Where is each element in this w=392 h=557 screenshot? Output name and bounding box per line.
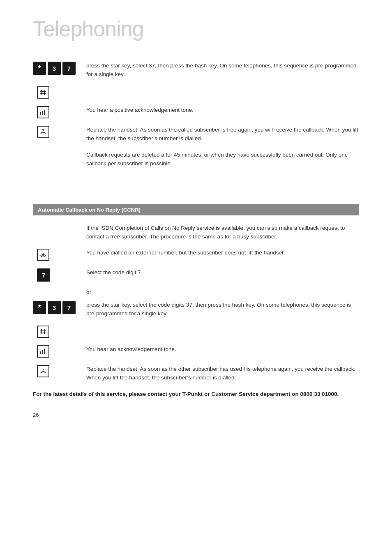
svg-rect-17 xyxy=(42,350,43,354)
key-7-single: 7 xyxy=(37,268,50,282)
section1-text1: press the star key, select 37, then pres… xyxy=(86,62,359,79)
key-group-star37-2: * 3 7 xyxy=(33,301,86,314)
key-7-2: 7 xyxy=(62,301,76,314)
star-key: * xyxy=(33,62,46,75)
svg-rect-18 xyxy=(44,349,45,354)
section1-row1: * 3 7 press the star key, select 37, the… xyxy=(33,62,359,79)
section2-handset-text: Replace the handset. As soon as the othe… xyxy=(86,365,359,382)
hash-key-icon-2 xyxy=(37,326,49,338)
phone-ring-col xyxy=(33,249,86,261)
hash-icon-col xyxy=(33,86,86,99)
section2-star37-text: press the star key, select the code digi… xyxy=(86,301,359,318)
section2-ring-text: You have dialled an external number, but… xyxy=(86,249,359,257)
key-3: 3 xyxy=(48,62,61,75)
section1-handset-text: Replace the handset. As soon as the call… xyxy=(86,126,359,143)
section2-hash-row xyxy=(33,326,359,338)
svg-rect-4 xyxy=(40,112,41,115)
or-label: or xyxy=(33,289,359,295)
key-7: 7 xyxy=(62,62,76,75)
svg-line-12 xyxy=(41,329,42,334)
section1-hash-row xyxy=(33,86,359,99)
svg-line-1 xyxy=(44,90,45,95)
svg-marker-20 xyxy=(42,369,44,370)
bold-contact-paragraph: For the latest details of this service, … xyxy=(33,390,359,399)
svg-rect-5 xyxy=(42,111,43,115)
svg-line-13 xyxy=(44,329,45,334)
handset-down-icon xyxy=(37,126,49,138)
section2-handset-row: Replace the handset. As soon as the othe… xyxy=(33,365,359,382)
key-group-star37: * 3 7 xyxy=(33,62,86,75)
svg-marker-11 xyxy=(42,253,44,254)
page-title: Telephoning xyxy=(33,12,359,41)
section2-intro: If the ISDN Completion of Calls on No Re… xyxy=(33,224,359,241)
section1-handset-row: Replace the handset. As soon as the call… xyxy=(33,126,359,143)
hash-icon-col-2 xyxy=(33,326,86,338)
svg-marker-9 xyxy=(42,129,44,131)
section1-tone-row: You hear a positive acknowledgement tone… xyxy=(33,106,359,118)
tone-icon-2 xyxy=(37,345,49,358)
tone-icon xyxy=(37,106,49,118)
star-key-2: * xyxy=(33,301,46,314)
page-number: 26 xyxy=(33,412,39,418)
section2-key7-row: 7 Select the code digit 7 xyxy=(33,268,359,282)
section1-tone-text: You hear a positive acknowledgement tone… xyxy=(86,106,359,115)
section1-callback-paragraph: Callback requests are deleted after 45 m… xyxy=(33,150,359,168)
handset-icon-col1 xyxy=(33,126,86,138)
handset-down-icon-2 xyxy=(37,365,49,377)
section2-tone-row: You hear an acknowledgement tone. xyxy=(33,345,359,358)
section2-tone-text: You hear an acknowledgement tone. xyxy=(86,345,359,354)
page: Telephoning * 3 7 press the star key, se… xyxy=(0,0,392,430)
section2-ring-row: You have dialled an external number, but… xyxy=(33,249,359,261)
section2-star37-row: * 3 7 press the star key, select the cod… xyxy=(33,301,359,318)
tone-icon-col-2 xyxy=(33,345,86,358)
phone-ring-icon xyxy=(37,249,49,261)
handset-icon-col-2 xyxy=(33,365,86,377)
svg-rect-6 xyxy=(44,110,45,115)
tone-icon-col xyxy=(33,106,86,118)
key7-col: 7 xyxy=(33,268,86,282)
svg-rect-16 xyxy=(40,351,41,354)
hash-key-icon xyxy=(37,86,49,99)
key-3-2: 3 xyxy=(48,301,61,314)
section2-header: Automatic Callback on No Reply (CCNR) xyxy=(33,204,359,215)
section2-key7-text: Select the code digit 7 xyxy=(86,268,359,277)
svg-line-0 xyxy=(41,90,42,95)
